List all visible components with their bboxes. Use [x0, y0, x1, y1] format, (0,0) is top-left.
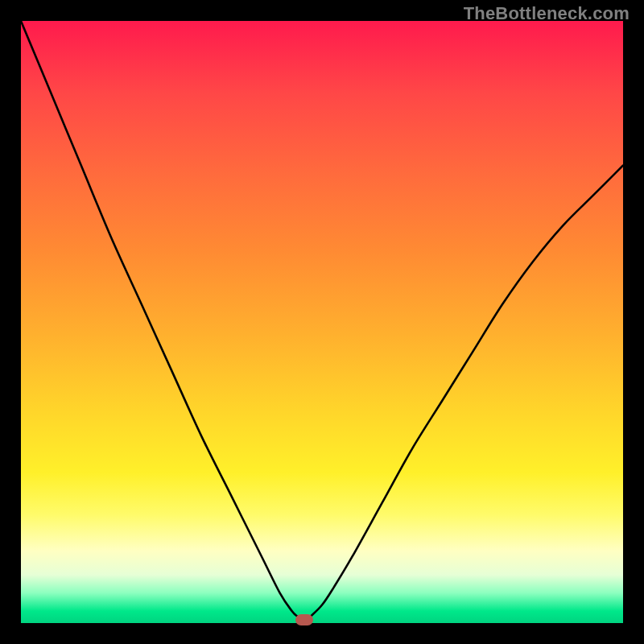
plot-area: [21, 21, 623, 623]
curve-svg: [21, 21, 623, 623]
data-marker: [295, 614, 313, 625]
bottleneck-curve: [21, 21, 623, 623]
chart-frame: TheBottleneck.com: [0, 0, 644, 644]
